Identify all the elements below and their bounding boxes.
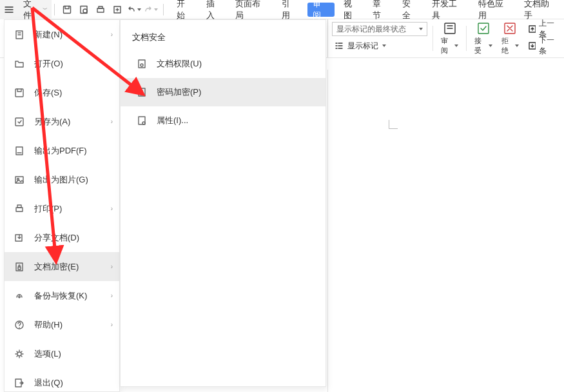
prev-change-button[interactable]: 上一条 (528, 22, 560, 36)
print-preview-icon (79, 5, 88, 14)
file-menu-label: 帮助(H) (34, 319, 63, 331)
reject-button[interactable]: 拒绝 (499, 22, 521, 55)
submenu-properties[interactable]: 属性(I)... (121, 106, 326, 135)
tab-start[interactable]: 开始 (170, 0, 200, 19)
exit-icon (14, 377, 25, 389)
file-menu-exportimg[interactable]: 输出为图片(G) (5, 165, 119, 194)
svg-rect-17 (16, 208, 23, 211)
top-toolbar: 文件 ﹀ 开始 插入 页面布局 引用 审阅 视图 章节 安全 开发工具 特色应用… (0, 0, 564, 19)
document-area[interactable] (327, 58, 564, 392)
tab-special[interactable]: 特色应用 (472, 0, 518, 19)
svg-point-23 (17, 352, 21, 356)
file-menu-label: 文档加密(E) (34, 261, 79, 273)
tab-review[interactable]: 审阅 (307, 3, 335, 17)
svg-rect-13 (15, 118, 23, 126)
properties-icon (136, 115, 148, 126)
print-icon (14, 203, 25, 215)
save-qat-button[interactable] (60, 3, 74, 17)
chevron-right-icon: › (111, 31, 113, 38)
submenu-label: 密码加密(P) (157, 86, 201, 98)
file-menu-exportpdf[interactable]: 输出为PDF(F) (5, 136, 119, 165)
submenu-permissions[interactable]: 文档权限(U) (121, 50, 326, 78)
page-corner-marker (389, 120, 398, 129)
chevron-down-icon (454, 44, 458, 47)
encrypt-submenu-panel: 文档安全 文档权限(U) 密码加密(P) 属性(I)... (120, 19, 326, 387)
file-menu-new[interactable]: 新建(N) › (5, 20, 119, 49)
file-menu-encrypt[interactable]: 文档加密(E) › (5, 252, 119, 281)
file-menu-button[interactable]: 文件 ﹀ (18, 0, 52, 19)
file-menu-label: 文件 (23, 0, 40, 21)
output-qat-button[interactable] (110, 3, 124, 17)
accept-button[interactable]: 接受 (472, 22, 494, 55)
output-icon (113, 5, 122, 14)
submenu-password-encrypt[interactable]: 密码加密(P) (121, 78, 326, 106)
file-menu-label: 备份与恢复(K) (34, 290, 87, 302)
file-menu-save[interactable]: 保存(S) (5, 78, 119, 107)
file-menu-label: 打印(P) (34, 203, 62, 215)
print-qat-button[interactable] (93, 3, 108, 17)
save-icon (14, 87, 25, 99)
review-pane-button[interactable]: 审阅 (438, 22, 461, 55)
review-pane-icon (443, 22, 456, 35)
file-menu-help[interactable]: 帮助(H) › (5, 310, 119, 339)
chevron-down-icon (382, 44, 386, 47)
tab-view[interactable]: 视图 (337, 0, 367, 19)
file-menu-backup[interactable]: 备份与恢复(K) › (5, 281, 119, 310)
permission-icon (136, 58, 148, 70)
show-marks-button[interactable]: 显示标记 (332, 39, 427, 53)
file-menu-print[interactable]: 打印(P) › (5, 194, 119, 223)
svg-rect-21 (18, 267, 21, 270)
svg-rect-4 (99, 6, 102, 8)
quick-access-toolbar (57, 3, 160, 17)
lock-icon (14, 261, 25, 273)
tab-security[interactable]: 安全 (396, 0, 425, 19)
file-menu-saveas[interactable]: 另存为(A) › (5, 107, 119, 136)
pdf-icon (14, 145, 25, 157)
tab-reference[interactable]: 引用 (275, 0, 305, 19)
mark-display-state-combo[interactable]: 显示标记的最终状态 (332, 22, 427, 36)
svg-rect-3 (97, 8, 104, 12)
redo-button[interactable] (144, 3, 158, 17)
tab-assistant[interactable]: 文档助手 (518, 0, 564, 19)
chevron-right-icon: › (111, 205, 113, 212)
undo-button[interactable] (127, 3, 141, 17)
password-lock-icon (136, 86, 148, 98)
ribbon-tabs: 开始 插入 页面布局 引用 审阅 视图 章节 安全 开发工具 特色应用 文档助手 (170, 0, 564, 19)
chevron-right-icon: › (111, 292, 113, 299)
tab-devtools[interactable]: 开发工具 (425, 0, 472, 19)
hamburger-icon (5, 5, 14, 14)
menu-icon-button[interactable] (0, 0, 18, 19)
next-change-label: 下一条 (539, 35, 560, 57)
svg-rect-0 (63, 6, 70, 13)
file-menu-options[interactable]: 选项(L) (5, 339, 119, 368)
chevron-down-icon (515, 44, 519, 47)
save-as-icon (14, 116, 25, 128)
next-change-button[interactable]: 下一条 (528, 39, 560, 53)
svg-rect-12 (15, 89, 23, 97)
list-icon (335, 41, 344, 50)
chevron-down-icon (489, 44, 492, 47)
file-menu-exit[interactable]: 退出(Q) (5, 368, 119, 392)
file-menu-share[interactable]: 分享文档(D) (5, 223, 119, 252)
chevron-right-icon: › (111, 321, 113, 328)
svg-point-26 (141, 64, 143, 66)
file-menu-label: 选项(L) (34, 348, 61, 360)
chevron-right-icon: › (111, 263, 113, 270)
chevron-down-icon: ﹀ (43, 6, 48, 13)
chevron-right-icon: › (111, 118, 113, 125)
svg-rect-18 (17, 205, 21, 208)
accept-icon (477, 22, 490, 35)
tab-insert[interactable]: 插入 (200, 0, 229, 19)
tab-chapter[interactable]: 章节 (366, 0, 396, 19)
gear-icon (14, 348, 25, 360)
share-icon (14, 232, 25, 244)
tab-layout[interactable]: 页面布局 (229, 0, 275, 19)
separator (54, 4, 55, 15)
review-pane-label: 审阅 (441, 36, 453, 55)
file-menu-label: 分享文档(D) (34, 232, 79, 244)
file-menu-open[interactable]: 打开(O) (5, 49, 119, 78)
file-menu-panel: 新建(N) › 打开(O) 保存(S) 另存为(A) › 输出为PDF(F) 输… (4, 19, 120, 392)
print-preview-qat-button[interactable] (77, 3, 91, 17)
file-menu-label: 保存(S) (34, 87, 62, 99)
page (328, 72, 564, 392)
